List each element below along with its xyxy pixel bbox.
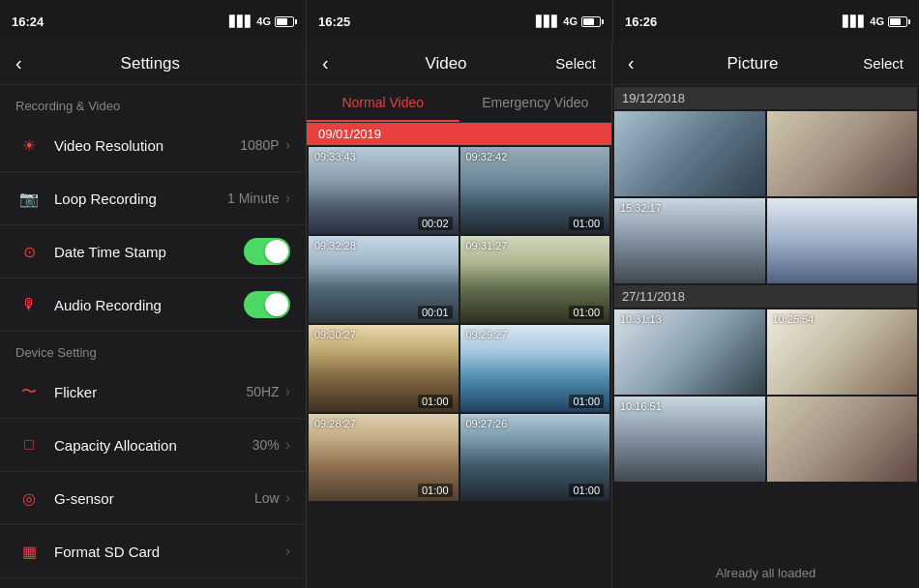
main-content: ‹ Settings Recording & Video☀Video Resol…: [0, 43, 919, 588]
section-title-device-setting: Device Setting: [0, 332, 306, 366]
video-panel: ‹ Video Select Normal Video Emergency Vi…: [307, 43, 612, 588]
format-sd-card-label: Format SD Card: [54, 544, 285, 560]
battery-body-3: [888, 16, 907, 27]
picture-thumb-p8[interactable]: [767, 397, 918, 482]
video-thumb-v7[interactable]: 09:28:2701:00: [309, 414, 459, 501]
settings-item-loop-recording[interactable]: 📷Loop Recording1 Minute›: [0, 172, 306, 225]
video-back-button[interactable]: ‹: [322, 52, 329, 74]
g-sensor-chevron: ›: [285, 489, 290, 507]
settings-title: Settings: [34, 54, 267, 74]
settings-item-capacity-allocation[interactable]: □Capacity Allocation30%›: [0, 419, 306, 472]
video-time-v8: 09:27:26: [466, 418, 508, 429]
time-3: 16:26: [625, 15, 657, 29]
video-thumb-v8[interactable]: 09:27:2601:00: [460, 414, 610, 501]
video-select-button[interactable]: Select: [555, 55, 596, 72]
picture-thumb-p3[interactable]: 15:32:17: [614, 198, 765, 283]
flicker-value: 50HZ: [246, 384, 279, 399]
status-right-2: ▋▋▋ 4G: [536, 15, 601, 28]
video-duration-v6: 01:00: [569, 395, 604, 408]
status-bar-1: 16:24 ▋▋▋ 4G: [0, 0, 306, 43]
picture-back-button[interactable]: ‹: [628, 52, 635, 74]
video-tab-bar: Normal Video Emergency Video: [307, 85, 611, 123]
network-type-1: 4G: [256, 15, 271, 27]
video-time-v5: 09:30:27: [314, 329, 356, 340]
video-duration-v4: 01:00: [569, 306, 604, 319]
picture-select-button[interactable]: Select: [863, 55, 904, 72]
settings-item-synchronize-phone-time[interactable]: ↻Synchronize PhoneTime›: [0, 578, 306, 588]
settings-back-button[interactable]: ‹: [15, 52, 22, 74]
tab-emergency-video[interactable]: Emergency Video: [460, 85, 612, 122]
video-thumb-v5[interactable]: 09:30:2701:00: [309, 325, 459, 412]
picture-thumb-p4[interactable]: [767, 198, 918, 283]
battery-fill-2: [583, 18, 594, 25]
picture-thumb-p5[interactable]: 10:31:13: [614, 309, 765, 395]
picture-thumb-p2[interactable]: [767, 111, 918, 196]
tab-normal-video[interactable]: Normal Video: [307, 85, 460, 122]
signal-bars-1: ▋▋▋: [229, 15, 252, 28]
video-time-v6: 09:29:27: [466, 329, 508, 340]
picture-date-header: 19/12/2018: [614, 87, 917, 109]
section-title-recording-&-video: Recording & Video: [0, 85, 306, 119]
battery-fill-3: [890, 18, 901, 25]
settings-item-g-sensor[interactable]: ◎G-sensorLow›: [0, 472, 306, 525]
settings-item-format-sd-card[interactable]: ▦Format SD Card›: [0, 525, 306, 578]
picture-thumb-p7[interactable]: 10:16:51: [614, 397, 765, 482]
format-sd-card-icon: ▦: [15, 538, 43, 565]
video-duration-v7: 01:00: [418, 484, 453, 497]
picture-thumb-p6[interactable]: 10:25:54: [767, 309, 918, 395]
signal-bars-3: ▋▋▋: [843, 15, 866, 28]
picture-thumb-p1[interactable]: [614, 111, 765, 196]
signal-bars-2: ▋▋▋: [536, 15, 559, 28]
picture-grid: 19/12/201815:32:1727/11/201810:31:1310:2…: [612, 85, 919, 484]
video-thumb-v3[interactable]: 09:32:2800:01: [309, 236, 459, 323]
audio-recording-toggle[interactable]: [244, 291, 290, 318]
settings-item-date-time-stamp[interactable]: ⊙Date Time Stamp: [0, 225, 306, 279]
battery-body-2: [581, 16, 601, 27]
video-scroll-area[interactable]: 09/01/201909:33:4300:0209:32:4201:0009:3…: [307, 123, 611, 588]
g-sensor-label: G-sensor: [54, 490, 254, 507]
video-duration-v1: 00:02: [418, 217, 453, 230]
battery-3: [888, 16, 907, 27]
video-thumb-v1[interactable]: 09:33:4300:02: [309, 147, 459, 234]
video-duration-v3: 00:01: [418, 306, 453, 319]
video-thumb-v6[interactable]: 09:29:2701:00: [460, 325, 610, 412]
status-right-1: ▋▋▋ 4G: [229, 15, 294, 28]
video-time-v3: 09:32:28: [314, 240, 356, 251]
network-type-3: 4G: [870, 15, 884, 27]
capacity-allocation-chevron: ›: [285, 436, 290, 454]
picture-date-header: 27/11/2018: [614, 285, 917, 308]
status-bar-2: 16:25 ▋▋▋ 4G: [306, 0, 612, 43]
video-time-v2: 09:32:42: [466, 151, 508, 162]
status-bars: 16:24 ▋▋▋ 4G 16:25 ▋▋▋ 4G 16:26 ▋▋▋: [0, 0, 919, 43]
video-duration-v2: 01:00: [569, 217, 604, 230]
video-resolution-label: Video Resolution: [54, 137, 240, 154]
loop-recording-chevron: ›: [285, 190, 290, 207]
settings-panel: ‹ Settings Recording & Video☀Video Resol…: [0, 43, 307, 588]
video-duration-v5: 01:00: [418, 395, 453, 408]
picture-time-p6: 10:25:54: [773, 313, 815, 325]
video-resolution-chevron: ›: [285, 136, 290, 154]
loop-recording-label: Loop Recording: [54, 191, 227, 207]
settings-item-audio-recording[interactable]: 🎙Audio Recording: [0, 279, 306, 332]
settings-item-video-resolution[interactable]: ☀Video Resolution1080P›: [0, 119, 306, 172]
settings-sections-container: Recording & Video☀Video Resolution1080P›…: [0, 85, 306, 588]
already-loaded-text: Already all loaded: [612, 558, 919, 588]
battery-fill-1: [277, 18, 287, 25]
status-right-3: ▋▋▋ 4G: [843, 15, 907, 28]
video-date-header: 09/01/2019: [307, 123, 611, 145]
picture-panel: ‹ Picture Select 19/12/201815:32:1727/11…: [612, 43, 919, 588]
video-thumb-v4[interactable]: 09:31:2701:00: [460, 236, 610, 323]
video-time-v4: 09:31:27: [466, 240, 508, 251]
settings-header: ‹ Settings: [0, 43, 306, 85]
video-grid: 09:33:4300:0209:32:4201:0009:32:2800:010…: [307, 145, 611, 503]
audio-recording-icon: 🎙: [15, 291, 43, 318]
battery-2: [581, 16, 601, 27]
picture-panel-header: ‹ Picture Select: [612, 43, 919, 85]
date-time-stamp-toggle[interactable]: [244, 238, 290, 265]
capacity-allocation-value: 30%: [252, 437, 280, 453]
picture-thumb-inner-p2: [767, 111, 918, 196]
video-thumb-v2[interactable]: 09:32:4201:00: [460, 147, 610, 234]
battery-body-1: [275, 16, 294, 27]
settings-item-flicker[interactable]: 〜Flicker50HZ›: [0, 366, 306, 419]
date-time-stamp-label: Date Time Stamp: [54, 244, 244, 260]
